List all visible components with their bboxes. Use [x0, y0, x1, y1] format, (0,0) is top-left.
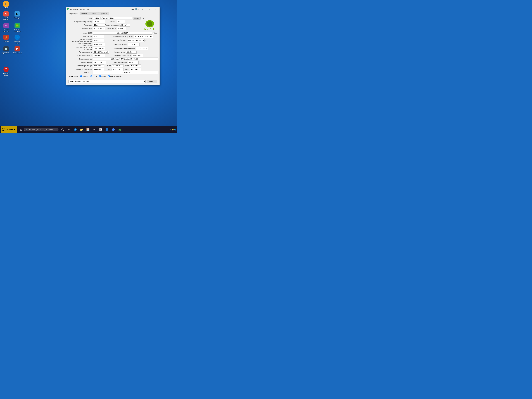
- question-mark-icon[interactable]: ?: [145, 39, 146, 41]
- memory-size-value: 6144 МБ: [93, 54, 105, 57]
- desktop-icon-opera[interactable]: O БраузерOpera: [1, 67, 11, 76]
- close-button[interactable]: Закрыть: [147, 80, 157, 83]
- taskbar-taskview-icon[interactable]: ⧉: [66, 127, 72, 133]
- tab-prochee[interactable]: Прочее: [89, 12, 98, 15]
- device-id-value: 10DE 1C20 - 1025 1265: [134, 35, 153, 38]
- name-value: NVIDIA GeForce GTX 1060: [93, 17, 132, 20]
- gpu-row: Графический процессор GP106 Ревизия A1: [67, 20, 140, 23]
- uefi-checkbox[interactable]: [153, 32, 154, 34]
- tab-datchiki[interactable]: Датчики: [80, 12, 89, 15]
- transistors-label: Транзисторов: [105, 28, 117, 29]
- name-label: Имя: [67, 17, 93, 19]
- taskbar: FULLHD ◄ 1080 ► ⊞ 🔍 Введите здесь текст …: [0, 126, 177, 133]
- close-window-button[interactable]: ✕: [152, 7, 158, 11]
- nvidia-chip-logo: [146, 20, 154, 27]
- physx-checkbox[interactable]: [99, 76, 101, 77]
- sli-row: NVIDIA SLI Отключено: [67, 71, 158, 74]
- potplayer-label: PotPlayer: [14, 17, 20, 19]
- shaders-value: 48 / 80: [93, 39, 104, 42]
- opencl-checkbox[interactable]: [80, 76, 82, 77]
- desktop-icons: 🎵 AIMP C CPUIDVMonitor ▶ PotPlayer D DAE…: [1, 1, 22, 76]
- physx-checkbox-item[interactable]: PhysX: [99, 76, 106, 77]
- taskbar-store-icon[interactable]: 🪟: [85, 127, 91, 133]
- default-memory-label: Память: [104, 68, 112, 70]
- cuda-checkbox[interactable]: [90, 76, 92, 77]
- camera-icon[interactable]: 📷: [131, 8, 134, 10]
- refresh-icon[interactable]: 🔄: [134, 8, 137, 10]
- pixel-row: Пиксельная скоростьзаполнения 67.4 Гпикс…: [67, 47, 158, 51]
- memory-size-row: Размер видеопамяти 6144 МБ Пропускная сп…: [67, 54, 158, 57]
- edge-label: MicrosoftEdge: [14, 40, 20, 44]
- desktop-icon-crystaldisk[interactable]: 💿 CrystalDisk...: [1, 46, 11, 54]
- desktop-icon-aimp[interactable]: 🎵 AIMP: [1, 1, 11, 9]
- taskbar-green-icon[interactable]: ▣: [117, 127, 123, 133]
- sli-value: Отключено: [93, 71, 158, 74]
- window-title: TechPowerUp GPU-Z 2.9.0: [70, 8, 131, 10]
- cuda-checkbox-item[interactable]: CUDA: [90, 76, 97, 77]
- taskbar-search[interactable]: 🔍 Введите здесь текст для поиска: [24, 128, 58, 131]
- tab-videokarta[interactable]: Видеокарта: [67, 12, 79, 15]
- signature-label: Цифровая подпись: [113, 62, 128, 63]
- compute-label: Вычисление: [69, 75, 78, 77]
- driver-row: Версия драйвера 30.0.15.1179 (NVIDIA 511…: [67, 57, 158, 61]
- desktop: 🎵 AIMP C CPUIDVMonitor ▶ PotPlayer D DAE…: [0, 0, 177, 133]
- memory-clock-label: Память: [104, 65, 112, 67]
- desktop-icon-daemon[interactable]: D DAEMONtools Lite: [1, 23, 11, 32]
- menu-icon[interactable]: ≡: [138, 8, 139, 11]
- tab-proverka[interactable]: Проверка: [98, 12, 109, 15]
- taskbar-mail-icon[interactable]: ✉: [91, 127, 97, 133]
- bandwidth-value: 192.2 ГБ/с: [132, 54, 143, 57]
- metro-icon: M: [14, 46, 20, 51]
- taskbar-edge-icon[interactable]: e: [72, 127, 78, 133]
- metro-label: Metro Exodus: [13, 52, 22, 54]
- desktop-icon-potplayer[interactable]: ▶ PotPlayer: [13, 11, 22, 20]
- compute-row: Вычисление OpenCL CUDA PhysX DirectCompu…: [67, 75, 158, 78]
- texture-fill-label: Скорость заполнения текстур: [113, 48, 136, 49]
- desktop-icon-edge[interactable]: e MicrosoftEdge: [13, 35, 22, 44]
- cpuid-icon: C: [3, 11, 9, 17]
- fhd-resolution: ◄ 1080 ►: [6, 128, 16, 131]
- taskbar-cortana-icon[interactable]: ◯: [60, 127, 66, 133]
- start-button[interactable]: ⊞: [18, 127, 24, 133]
- bios-value: 86.06.65.00.0F: [93, 32, 152, 35]
- opencl-checkbox-item[interactable]: OpenCL: [80, 76, 89, 77]
- uefi-label: UEFI: [155, 32, 158, 34]
- taskbar-photos-icon[interactable]: 🖼: [98, 127, 104, 133]
- desktop-icon-metro[interactable]: M Metro Exodus: [13, 46, 22, 54]
- uefi-check: UEFI: [153, 32, 158, 34]
- memory-type-label: Тип видеопамяти: [67, 51, 93, 53]
- driver-date-value: Feb 10, 2022: [93, 61, 106, 64]
- revision-value: A1: [117, 20, 125, 23]
- default-boost-value: 1671 МГц: [130, 68, 141, 71]
- svg-point-8: [113, 129, 114, 130]
- core-clock-row: Частота процессора 1405 МГц Память 2002 …: [67, 64, 158, 67]
- taskbar-people-icon[interactable]: 👤: [104, 127, 110, 133]
- maximize-button[interactable]: □: [146, 7, 152, 11]
- search-button[interactable]: Поиск: [133, 17, 140, 20]
- directx-label: Поддержка DirectX: [113, 43, 128, 45]
- nvidia-text: NVIDIA: [144, 28, 155, 31]
- transistors-value: 4400M: [117, 27, 126, 30]
- release-value: Aug 16, 2016: [93, 27, 105, 30]
- boost-value: 1671 МГц: [130, 64, 141, 67]
- unified-row: Число конвейерныхпроцессоров 1280 Unifie…: [67, 43, 158, 46]
- manufacturer-row: Производитель Acer Идентификатор устройс…: [67, 35, 158, 38]
- manufacturer-value: Acer: [93, 35, 104, 38]
- directcompute-checkbox[interactable]: [108, 76, 110, 77]
- gpu-select[interactable]: NVIDIA GeForce GTX 1060: [69, 80, 146, 83]
- taskbar-clock: 🔊 ⚡ 🌐: [169, 129, 176, 131]
- directcompute-checkbox-item[interactable]: DirectCompute 5.0: [108, 76, 123, 77]
- desktop-icon-gorskiy[interactable]: ⚡ vgorskiy: [1, 35, 11, 44]
- window-controls: ─ □ ✕: [140, 7, 158, 11]
- desktop-icon-cpuid[interactable]: C CPUIDVMonitor: [1, 11, 11, 20]
- taskbar-chrome-icon[interactable]: [110, 127, 116, 133]
- minimize-button[interactable]: ─: [140, 7, 146, 11]
- die-size-label: Размер кристалла: [105, 24, 120, 26]
- desktop-icon-geforce[interactable]: G GeForceExperience: [13, 23, 22, 32]
- name-row: Имя NVIDIA GeForce GTX 1060 Поиск: [67, 17, 140, 20]
- default-clock-row: Частота по умолчанию 1405 МГц Память 200…: [67, 68, 158, 71]
- taskbar-files-icon[interactable]: 📁: [79, 127, 85, 133]
- gpuz-window: G TechPowerUp GPU-Z 2.9.0 📷 🔄 ≡ ─ □ ✕ Ви…: [66, 7, 160, 85]
- driver-date-row: Дата драйвера Feb 10, 2022 Цифровая подп…: [67, 61, 158, 64]
- share-icon[interactable]: ↗: [142, 17, 144, 19]
